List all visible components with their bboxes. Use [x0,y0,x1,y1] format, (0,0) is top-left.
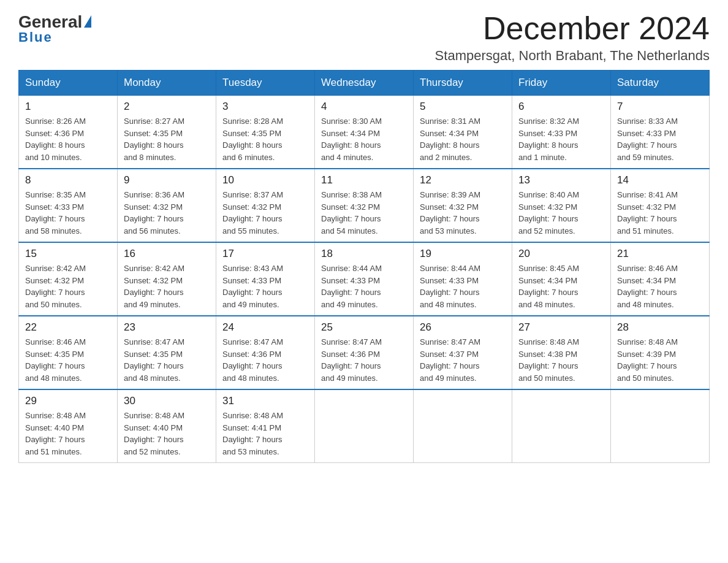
day-info: Sunrise: 8:42 AMSunset: 4:32 PMDaylight:… [25,262,111,310]
day-number: 15 [25,248,111,260]
day-info: Sunrise: 8:47 AMSunset: 4:36 PMDaylight:… [222,336,308,384]
day-number: 5 [420,101,506,113]
day-number: 21 [617,248,703,260]
day-info: Sunrise: 8:46 AMSunset: 4:34 PMDaylight:… [617,262,703,310]
weekday-header-thursday: Thursday [414,71,512,96]
day-info: Sunrise: 8:45 AMSunset: 4:34 PMDaylight:… [518,262,604,310]
day-info: Sunrise: 8:32 AMSunset: 4:33 PMDaylight:… [518,115,604,163]
day-number: 30 [124,395,210,407]
calendar-cell: 4Sunrise: 8:30 AMSunset: 4:34 PMDaylight… [315,96,414,169]
day-number: 1 [25,101,111,113]
day-info: Sunrise: 8:38 AMSunset: 4:32 PMDaylight:… [321,189,407,237]
day-number: 17 [222,248,308,260]
day-number: 10 [222,174,308,186]
day-number: 4 [321,101,407,113]
calendar-cell: 14Sunrise: 8:41 AMSunset: 4:32 PMDayligh… [611,169,710,242]
day-info: Sunrise: 8:33 AMSunset: 4:33 PMDaylight:… [617,115,703,163]
day-number: 20 [518,248,604,260]
day-number: 26 [420,321,506,334]
week-row-2: 8Sunrise: 8:35 AMSunset: 4:33 PMDaylight… [19,169,710,242]
day-info: Sunrise: 8:48 AMSunset: 4:40 PMDaylight:… [124,410,210,458]
calendar-cell: 22Sunrise: 8:46 AMSunset: 4:35 PMDayligh… [19,316,118,389]
day-number: 24 [222,321,308,334]
calendar-cell: 18Sunrise: 8:44 AMSunset: 4:33 PMDayligh… [315,242,414,316]
day-info: Sunrise: 8:47 AMSunset: 4:37 PMDaylight:… [420,336,506,384]
day-number: 13 [518,174,604,186]
day-number: 2 [124,101,210,113]
logo: General Blue [18,12,91,45]
day-number: 25 [321,321,407,334]
day-info: Sunrise: 8:30 AMSunset: 4:34 PMDaylight:… [321,115,407,163]
weekday-header-row: SundayMondayTuesdayWednesdayThursdayFrid… [19,71,710,96]
calendar-cell: 16Sunrise: 8:42 AMSunset: 4:32 PMDayligh… [118,242,216,316]
week-row-1: 1Sunrise: 8:26 AMSunset: 4:36 PMDaylight… [19,96,710,169]
day-info: Sunrise: 8:48 AMSunset: 4:41 PMDaylight:… [222,410,308,458]
week-row-3: 15Sunrise: 8:42 AMSunset: 4:32 PMDayligh… [19,242,710,316]
calendar-cell: 6Sunrise: 8:32 AMSunset: 4:33 PMDaylight… [512,96,611,169]
day-info: Sunrise: 8:31 AMSunset: 4:34 PMDaylight:… [420,115,506,163]
calendar-cell: 17Sunrise: 8:43 AMSunset: 4:33 PMDayligh… [216,242,315,316]
day-number: 7 [617,101,703,113]
calendar-cell: 24Sunrise: 8:47 AMSunset: 4:36 PMDayligh… [216,316,315,389]
calendar-cell: 28Sunrise: 8:48 AMSunset: 4:39 PMDayligh… [611,316,710,389]
day-number: 22 [25,321,111,334]
calendar-cell: 9Sunrise: 8:36 AMSunset: 4:32 PMDaylight… [118,169,216,242]
day-info: Sunrise: 8:42 AMSunset: 4:32 PMDaylight:… [124,262,210,310]
day-number: 16 [124,248,210,260]
calendar-cell: 3Sunrise: 8:28 AMSunset: 4:35 PMDaylight… [216,96,315,169]
location-title: Stampersgat, North Brabant, The Netherla… [435,48,710,64]
day-number: 18 [321,248,407,260]
day-info: Sunrise: 8:36 AMSunset: 4:32 PMDaylight:… [124,189,210,237]
calendar-cell: 20Sunrise: 8:45 AMSunset: 4:34 PMDayligh… [512,242,611,316]
weekday-header-saturday: Saturday [611,71,710,96]
week-row-5: 29Sunrise: 8:48 AMSunset: 4:40 PMDayligh… [19,389,710,463]
weekday-header-friday: Friday [512,71,611,96]
day-info: Sunrise: 8:47 AMSunset: 4:36 PMDaylight:… [321,336,407,384]
logo-triangle-icon [84,15,91,28]
calendar-cell: 10Sunrise: 8:37 AMSunset: 4:32 PMDayligh… [216,169,315,242]
calendar-cell [512,389,611,463]
calendar-cell: 26Sunrise: 8:47 AMSunset: 4:37 PMDayligh… [414,316,512,389]
calendar-cell: 13Sunrise: 8:40 AMSunset: 4:32 PMDayligh… [512,169,611,242]
title-area: December 2024 Stampersgat, North Brabant… [435,12,710,64]
day-number: 11 [321,174,407,186]
day-number: 3 [222,101,308,113]
calendar-cell: 30Sunrise: 8:48 AMSunset: 4:40 PMDayligh… [118,389,216,463]
day-info: Sunrise: 8:40 AMSunset: 4:32 PMDaylight:… [518,189,604,237]
page-header: General Blue December 2024 Stampersgat, … [18,12,710,64]
day-number: 27 [518,321,604,334]
calendar-cell: 21Sunrise: 8:46 AMSunset: 4:34 PMDayligh… [611,242,710,316]
calendar-cell: 11Sunrise: 8:38 AMSunset: 4:32 PMDayligh… [315,169,414,242]
day-info: Sunrise: 8:28 AMSunset: 4:35 PMDaylight:… [222,115,308,163]
day-info: Sunrise: 8:43 AMSunset: 4:33 PMDaylight:… [222,262,308,310]
day-number: 19 [420,248,506,260]
day-info: Sunrise: 8:44 AMSunset: 4:33 PMDaylight:… [321,262,407,310]
day-info: Sunrise: 8:39 AMSunset: 4:32 PMDaylight:… [420,189,506,237]
calendar-cell: 29Sunrise: 8:48 AMSunset: 4:40 PMDayligh… [19,389,118,463]
day-info: Sunrise: 8:48 AMSunset: 4:40 PMDaylight:… [25,410,111,458]
day-number: 23 [124,321,210,334]
weekday-header-tuesday: Tuesday [216,71,315,96]
day-number: 9 [124,174,210,186]
day-info: Sunrise: 8:44 AMSunset: 4:33 PMDaylight:… [420,262,506,310]
calendar-cell: 7Sunrise: 8:33 AMSunset: 4:33 PMDaylight… [611,96,710,169]
calendar-cell [414,389,512,463]
weekday-header-wednesday: Wednesday [315,71,414,96]
weekday-header-monday: Monday [118,71,216,96]
logo-blue-text: Blue [18,29,53,45]
calendar-cell: 27Sunrise: 8:48 AMSunset: 4:38 PMDayligh… [512,316,611,389]
calendar-cell: 19Sunrise: 8:44 AMSunset: 4:33 PMDayligh… [414,242,512,316]
day-info: Sunrise: 8:48 AMSunset: 4:38 PMDaylight:… [518,336,604,384]
day-number: 12 [420,174,506,186]
calendar-cell: 1Sunrise: 8:26 AMSunset: 4:36 PMDaylight… [19,96,118,169]
day-info: Sunrise: 8:26 AMSunset: 4:36 PMDaylight:… [25,115,111,163]
day-number: 14 [617,174,703,186]
weekday-header-sunday: Sunday [19,71,118,96]
calendar-cell: 8Sunrise: 8:35 AMSunset: 4:33 PMDaylight… [19,169,118,242]
day-info: Sunrise: 8:41 AMSunset: 4:32 PMDaylight:… [617,189,703,237]
calendar-cell: 12Sunrise: 8:39 AMSunset: 4:32 PMDayligh… [414,169,512,242]
calendar-table: SundayMondayTuesdayWednesdayThursdayFrid… [18,70,710,463]
calendar-cell [315,389,414,463]
month-title: December 2024 [435,12,710,44]
calendar-cell [611,389,710,463]
